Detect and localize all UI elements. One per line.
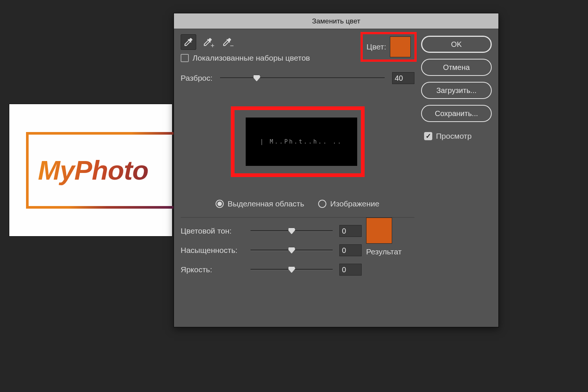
- slider-thumb[interactable]: [288, 266, 295, 273]
- selection-preview[interactable]: | M..Ph.t..h.. ..: [246, 118, 357, 166]
- localized-color-clusters-label: Локализованные наборы цветов: [193, 54, 310, 62]
- preview-checkbox-label: Просмотр: [436, 132, 472, 141]
- lightness-input[interactable]: [339, 264, 362, 276]
- saturation-label: Насыщенность:: [181, 246, 244, 255]
- lightness-slider[interactable]: [251, 269, 333, 270]
- fuzziness-label: Разброс:: [181, 74, 213, 83]
- slider-thumb[interactable]: [288, 247, 295, 254]
- load-button[interactable]: Загрузить...: [421, 82, 492, 99]
- save-button[interactable]: Сохранить...: [421, 105, 492, 122]
- hue-input[interactable]: [339, 225, 362, 237]
- fuzziness-slider[interactable]: [220, 77, 385, 79]
- color-swatch[interactable]: [390, 36, 411, 57]
- preview-mask-text: | M..Ph.t..h.. ..: [260, 138, 343, 145]
- minus-icon: −: [230, 42, 234, 50]
- logo-text: MyPhoto: [38, 155, 148, 185]
- selection-radio-label: Выделенная область: [227, 199, 304, 208]
- eyedropper-subtract-tool[interactable]: −: [219, 34, 235, 50]
- document-canvas: MyPhoto: [9, 104, 172, 236]
- localized-color-clusters-checkbox[interactable]: [181, 54, 189, 62]
- fuzziness-input[interactable]: [392, 72, 414, 84]
- cancel-button[interactable]: Отмена: [421, 59, 492, 76]
- slider-thumb[interactable]: [288, 228, 295, 234]
- ok-button[interactable]: OK: [421, 36, 492, 53]
- image-radio[interactable]: [318, 200, 326, 208]
- selection-radio[interactable]: [216, 200, 224, 208]
- preview-highlight-box: | M..Ph.t..h.. ..: [231, 106, 365, 177]
- saturation-input[interactable]: [339, 244, 362, 256]
- image-radio-label: Изображение: [330, 199, 379, 208]
- result-label: Результат: [366, 247, 402, 256]
- color-highlight-box: Цвет:: [361, 32, 417, 62]
- result-swatch[interactable]: [366, 218, 392, 244]
- saturation-slider[interactable]: [251, 250, 333, 251]
- eyedropper-tool[interactable]: [181, 34, 196, 50]
- color-label: Цвет:: [366, 42, 386, 51]
- slider-thumb[interactable]: [253, 75, 261, 81]
- preview-checkbox[interactable]: ✓: [424, 132, 432, 140]
- replace-color-dialog: Заменить цвет + −: [174, 13, 499, 327]
- lightness-label: Яркость:: [181, 265, 244, 274]
- hue-label: Цветовой тон:: [181, 226, 244, 235]
- plus-icon: +: [210, 42, 214, 50]
- dialog-title: Заменить цвет: [174, 13, 498, 29]
- hue-slider[interactable]: [251, 230, 333, 232]
- eyedropper-add-tool[interactable]: +: [200, 34, 216, 50]
- eyedropper-icon: [183, 37, 194, 47]
